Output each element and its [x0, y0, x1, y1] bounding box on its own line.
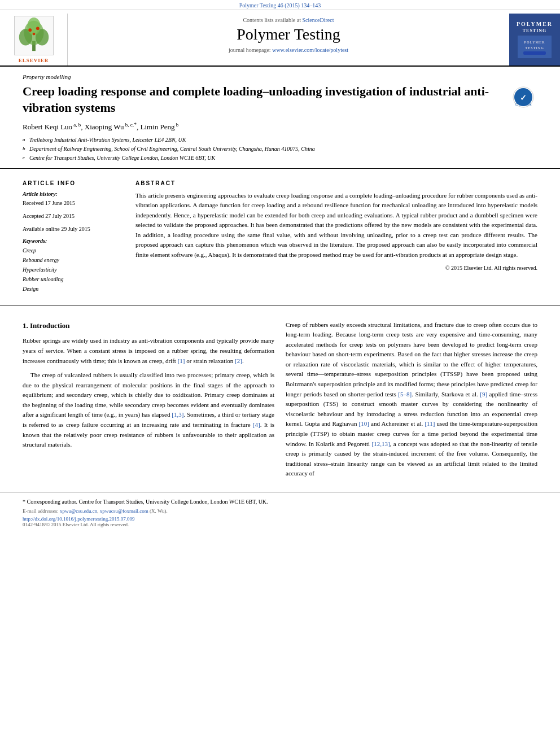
homepage-line: journal homepage: www.elsevier.com/locat…	[73, 47, 504, 53]
affiliations: a Trelleborg Industrial Anti-Vibration S…	[23, 136, 537, 163]
keywords-list: Creep Rebound energy Hyperelasticity Rub…	[23, 246, 124, 294]
svg-text:POLYMER: POLYMER	[524, 41, 545, 44]
abstract-divider	[0, 305, 560, 305]
svg-point-6	[28, 28, 32, 32]
keyword-5: Design	[23, 284, 124, 294]
keyword-4: Rubber unloading	[23, 274, 124, 284]
ref-10[interactable]: [10]	[359, 420, 369, 427]
affil-1: a Trelleborg Industrial Anti-Vibration S…	[23, 136, 537, 145]
authors-line: Robert Keqi Luo a, b, Xiaoping Wu b, c,*…	[23, 121, 537, 132]
body-col-right: Creep of rubbers easily exceeds structur…	[286, 320, 537, 484]
article-section: Property modelling Creep loading respons…	[0, 67, 560, 163]
svg-point-8	[32, 33, 35, 36]
keyword-2: Rebound energy	[23, 255, 124, 265]
affil-3: c Centre for Transport Studies, Universi…	[23, 154, 537, 163]
history-label: Article history:	[23, 191, 124, 197]
email-1[interactable]: xpwu@csu.edu.cn	[60, 508, 97, 514]
journal-badge: POLYMER TESTING POLYMER TESTING	[509, 14, 560, 65]
svg-text:TESTING: TESTING	[525, 46, 544, 50]
email-line: E-mail addresses: xpwu@csu.edu.cn, xpwuc…	[23, 508, 537, 514]
author-2-sup: b, c,	[124, 122, 134, 128]
svg-point-7	[36, 27, 39, 30]
journal-volume-info: Polymer Testing 46 (2015) 134–143	[0, 0, 560, 10]
journal-title-area: Contents lists available at ScienceDirec…	[68, 14, 509, 65]
author-3-sup: b	[175, 122, 179, 128]
author-1: Robert Keqi Luo	[23, 123, 72, 132]
author-3: Limin Peng	[141, 123, 175, 132]
available-date: Available online 29 July 2015	[23, 225, 124, 233]
section-category: Property modelling	[23, 73, 537, 80]
abstract-text: This article presents engineering approa…	[135, 191, 537, 260]
ref-1-3[interactable]: [1,3]	[172, 411, 183, 418]
svg-text:✓: ✓	[520, 94, 527, 102]
copyright-line: © 2015 Elsevier Ltd. All rights reserved…	[135, 265, 537, 271]
article-info-title: ARTICLE INFO	[23, 180, 124, 186]
article-title-row: Creep loading response and complete load…	[23, 84, 537, 116]
ref-12-13[interactable]: [12,13]	[371, 440, 390, 447]
keyword-3: Hyperelasticity	[23, 265, 124, 274]
elsevier-label: ELSEVIER	[19, 58, 49, 63]
doi-link[interactable]: http://dx.doi.org/10.1016/j.polymertesti…	[23, 516, 537, 522]
keyword-1: Creep	[23, 246, 124, 255]
keywords-label: Keywords:	[23, 238, 124, 244]
body-para-3: Creep of rubbers easily exceeds structur…	[286, 320, 537, 479]
contents-line: Contents lists available at ScienceDirec…	[73, 17, 504, 23]
footer: * Corresponding author. Centre for Trans…	[0, 492, 560, 532]
badge-line1: POLYMER	[517, 21, 553, 27]
homepage-link[interactable]: www.elsevier.com/locate/polytest	[272, 47, 348, 53]
abstract-panel: ABSTRACT This article presents engineeri…	[135, 180, 537, 294]
body-para-1: Rubber springs are widely used in indust…	[23, 336, 274, 366]
body-col-left: 1. Introduction Rubber springs are widel…	[23, 320, 274, 484]
crossmark[interactable]: ✓ CrossMark	[509, 84, 537, 108]
accepted-date: Accepted 27 July 2015	[23, 212, 124, 220]
sciencedirect-link[interactable]: ScienceDirect	[302, 17, 334, 23]
ref-4[interactable]: [4]	[253, 421, 260, 428]
ref-5-8[interactable]: [5–8]	[398, 391, 412, 397]
footnote-corresponding: * Corresponding author. Centre for Trans…	[23, 497, 537, 506]
received-date: Received 17 June 2015	[23, 199, 124, 207]
body-para-2: The creep of vulcanized rubbers is usual…	[23, 370, 274, 450]
journal-header: ELSEVIER Contents lists available at Sci…	[0, 10, 560, 67]
svg-point-5	[27, 18, 40, 35]
issn-line: 0142-9418/© 2015 Elsevier Ltd. All right…	[23, 522, 537, 527]
article-info-panel: ARTICLE INFO Article history: Received 1…	[23, 180, 124, 294]
abstract-title: ABSTRACT	[135, 180, 537, 186]
badge-line2: TESTING	[523, 28, 547, 33]
journal-name: Polymer Testing	[73, 25, 504, 43]
author-1-sup: a, b	[72, 122, 81, 128]
ref-1[interactable]: [1]	[178, 357, 185, 364]
ref-11[interactable]: [11]	[425, 420, 435, 427]
author-2: Xiaoping Wu	[85, 123, 124, 132]
ref-2[interactable]: [2]	[235, 357, 242, 364]
info-abstract-section: ARTICLE INFO Article history: Received 1…	[0, 174, 560, 299]
elsevier-tree-icon	[14, 16, 54, 55]
section1-heading: 1. Introduction	[23, 320, 274, 332]
ref-9[interactable]: [9]	[480, 391, 487, 397]
header-divider	[0, 168, 560, 169]
email-2[interactable]: xpwucsu@foxmail.com	[100, 508, 148, 514]
svg-text:CrossMark: CrossMark	[515, 103, 532, 106]
affil-2: b Department of Railway Engineering, Sch…	[23, 145, 537, 154]
article-title: Creep loading response and complete load…	[23, 84, 509, 116]
elsevier-logo: ELSEVIER	[0, 14, 68, 65]
body-section: 1. Introduction Rubber springs are widel…	[0, 311, 560, 493]
svg-rect-12	[523, 51, 546, 55]
badge-image: POLYMER TESTING	[518, 36, 552, 58]
